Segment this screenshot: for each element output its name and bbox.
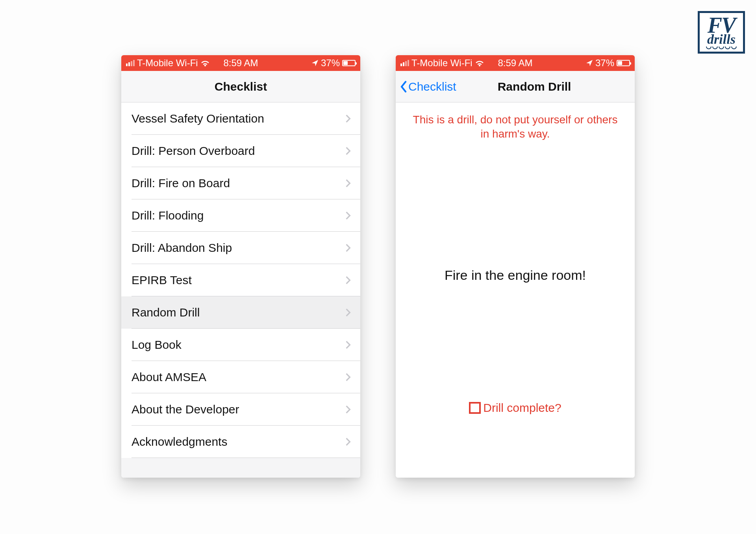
status-time: 8:59 AM — [223, 58, 258, 69]
checklist-item[interactable]: Acknowledgments — [121, 426, 360, 458]
location-icon — [586, 60, 593, 67]
drill-warning: This is a drill, do not put yourself or … — [413, 113, 618, 141]
chevron-right-icon — [345, 308, 351, 317]
cell-signal-icon — [400, 60, 409, 66]
chevron-right-icon — [345, 179, 351, 188]
checklist-list: Vessel Safety Orientation Drill: Person … — [121, 102, 360, 478]
battery-pct: 37% — [321, 58, 340, 69]
page-title: Checklist — [215, 80, 267, 93]
logo-wave-icon — [706, 47, 737, 49]
checklist-item-label: Vessel Safety Orientation — [132, 112, 264, 125]
chevron-right-icon — [345, 276, 351, 285]
drill-complete-button[interactable]: Drill complete? — [469, 401, 561, 415]
checklist-item-label: Random Drill — [132, 306, 200, 319]
checklist-item[interactable]: Drill: Abandon Ship — [121, 232, 360, 264]
back-button[interactable]: Checklist — [396, 80, 456, 93]
checklist-item-label: Drill: Flooding — [132, 209, 204, 222]
location-icon — [311, 60, 319, 67]
checklist-item-label: Log Book — [132, 338, 182, 352]
chevron-right-icon — [345, 114, 351, 123]
fv-drills-logo: FV drills — [698, 11, 745, 54]
drill-complete-label: Drill complete? — [483, 401, 561, 415]
cell-signal-icon — [126, 60, 135, 66]
checklist-item-label: EPIRB Test — [132, 274, 192, 287]
chevron-right-icon — [345, 244, 351, 252]
battery-pct: 37% — [595, 58, 614, 69]
status-bar: T-Mobile Wi-Fi 8:59 AM 37% — [396, 55, 635, 71]
carrier-label: T-Mobile Wi-Fi — [137, 58, 198, 69]
status-bar: T-Mobile Wi-Fi 8:59 AM 37% — [121, 55, 360, 71]
checklist-item-label: About AMSEA — [132, 370, 206, 384]
battery-icon — [617, 60, 630, 66]
drill-body: This is a drill, do not put yourself or … — [396, 102, 635, 478]
chevron-right-icon — [345, 373, 351, 381]
checklist-item-label: About the Developer — [132, 403, 239, 416]
checklist-item[interactable]: About the Developer — [121, 393, 360, 426]
checklist-item-random-drill[interactable]: Random Drill — [121, 296, 360, 329]
carrier-label: T-Mobile Wi-Fi — [411, 58, 472, 69]
checklist-item[interactable]: Drill: Person Overboard — [121, 135, 360, 167]
checklist-item[interactable]: Vessel Safety Orientation — [121, 102, 360, 135]
chevron-right-icon — [345, 340, 351, 349]
phone-checklist: T-Mobile Wi-Fi 8:59 AM 37% Checklist Ves… — [121, 55, 360, 478]
nav-bar: Checklist Random Drill — [396, 71, 635, 102]
chevron-right-icon — [345, 405, 351, 414]
checklist-item[interactable]: Drill: Fire on Board — [121, 167, 360, 199]
chevron-left-icon — [400, 81, 408, 93]
chevron-right-icon — [345, 437, 351, 446]
status-time: 8:59 AM — [498, 58, 532, 69]
checkbox-empty-icon — [469, 402, 481, 414]
checklist-item-label: Drill: Abandon Ship — [132, 241, 232, 255]
page-title: Random Drill — [498, 80, 571, 93]
phone-random-drill: T-Mobile Wi-Fi 8:59 AM 37% Checklist — [396, 55, 635, 478]
wifi-icon — [200, 60, 210, 67]
nav-bar: Checklist — [121, 71, 360, 102]
chevron-right-icon — [345, 211, 351, 220]
checklist-item[interactable]: Drill: Flooding — [121, 199, 360, 232]
chevron-right-icon — [345, 147, 351, 155]
checklist-item[interactable]: Log Book — [121, 329, 360, 361]
checklist-item[interactable]: EPIRB Test — [121, 264, 360, 296]
checklist-item-label: Acknowledgments — [132, 435, 227, 448]
wifi-icon — [475, 60, 484, 67]
checklist-item-label: Drill: Person Overboard — [132, 144, 255, 158]
logo-line-2: drills — [707, 33, 736, 46]
back-label: Checklist — [408, 80, 456, 93]
checklist-item-label: Drill: Fire on Board — [132, 177, 230, 190]
battery-icon — [342, 60, 356, 66]
checklist-item[interactable]: About AMSEA — [121, 361, 360, 393]
drill-scenario: Fire in the engine room! — [445, 268, 586, 283]
